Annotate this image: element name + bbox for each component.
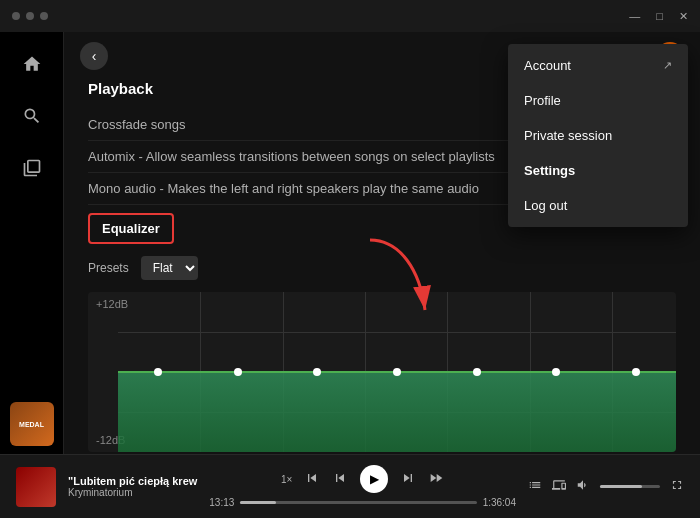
eq-points — [118, 368, 676, 376]
skip-back-icon[interactable] — [332, 470, 348, 489]
dropdown-private-session[interactable]: Private session — [508, 118, 688, 153]
speaker-icon[interactable] — [576, 478, 590, 495]
sidebar: MEDAL — [0, 32, 64, 454]
dropdown-settings[interactable]: Settings — [508, 153, 688, 188]
title-bar: — □ ✕ — [0, 0, 700, 32]
title-dots — [12, 12, 48, 20]
dot-3 — [40, 12, 48, 20]
sidebar-album-art[interactable]: MEDAL — [10, 402, 54, 446]
dropdown-menu: Account ↗ Profile Private session Settin… — [508, 44, 688, 227]
sidebar-item-library[interactable] — [16, 152, 48, 184]
eq-chart: +12dB -12dB — [88, 292, 676, 452]
dot-1 — [12, 12, 20, 20]
player-info: "Lubitem pić ciepłą krew Kryminatorium — [68, 475, 197, 498]
total-time: 1:36:04 — [483, 497, 516, 508]
eq-point-7[interactable] — [632, 368, 640, 376]
eq-point-5[interactable] — [473, 368, 481, 376]
eq-gridline-1 — [118, 332, 676, 333]
presets-select[interactable]: Flat — [141, 256, 198, 280]
player-center: 1× ▶ 13:13 1:36:04 — [209, 465, 516, 508]
progress-fill — [240, 501, 275, 504]
sidebar-item-search[interactable] — [16, 100, 48, 132]
play-button[interactable]: ▶ — [360, 465, 388, 493]
skip-forward-icon[interactable] — [400, 470, 416, 489]
close-button[interactable]: ✕ — [679, 10, 688, 23]
eq-fill — [118, 372, 676, 452]
dropdown-logout[interactable]: Log out — [508, 188, 688, 223]
volume-bar[interactable] — [600, 485, 660, 488]
queue-icon[interactable] — [528, 478, 542, 495]
eq-top-label: +12dB — [96, 298, 128, 310]
player-artist: Kryminatorium — [68, 487, 197, 498]
eq-point-1[interactable] — [154, 368, 162, 376]
minimize-button[interactable]: — — [629, 10, 640, 23]
player-right — [528, 478, 684, 495]
player-bar: "Lubitem pić ciepłą krew Kryminatorium 1… — [0, 454, 700, 518]
equalizer-label[interactable]: Equalizer — [88, 213, 174, 244]
rewind-icon[interactable] — [304, 470, 320, 489]
sidebar-item-home[interactable] — [16, 48, 48, 80]
maximize-button[interactable]: □ — [656, 10, 663, 23]
devices-icon[interactable] — [552, 478, 566, 495]
fullscreen-icon[interactable] — [670, 478, 684, 495]
eq-point-6[interactable] — [552, 368, 560, 376]
current-time: 13:13 — [209, 497, 234, 508]
window-controls[interactable]: — □ ✕ — [629, 10, 688, 23]
dot-2 — [26, 12, 34, 20]
back-button[interactable]: ‹ — [80, 42, 108, 70]
player-title: "Lubitem pić ciepłą krew — [68, 475, 197, 487]
fast-forward-icon[interactable] — [428, 470, 444, 489]
player-progress: 13:13 1:36:04 — [209, 497, 516, 508]
player-controls: 1× ▶ — [281, 465, 444, 493]
eq-point-2[interactable] — [234, 368, 242, 376]
dropdown-profile[interactable]: Profile — [508, 83, 688, 118]
eq-point-3[interactable] — [313, 368, 321, 376]
player-thumbnail — [16, 467, 56, 507]
external-link-icon: ↗ — [663, 59, 672, 72]
eq-point-4[interactable] — [393, 368, 401, 376]
volume-fill — [600, 485, 642, 488]
presets-row: Presets Flat — [88, 256, 676, 280]
progress-bar[interactable] — [240, 501, 476, 504]
speed-button[interactable]: 1× — [281, 474, 292, 485]
presets-label: Presets — [88, 261, 129, 275]
dropdown-account[interactable]: Account ↗ — [508, 48, 688, 83]
